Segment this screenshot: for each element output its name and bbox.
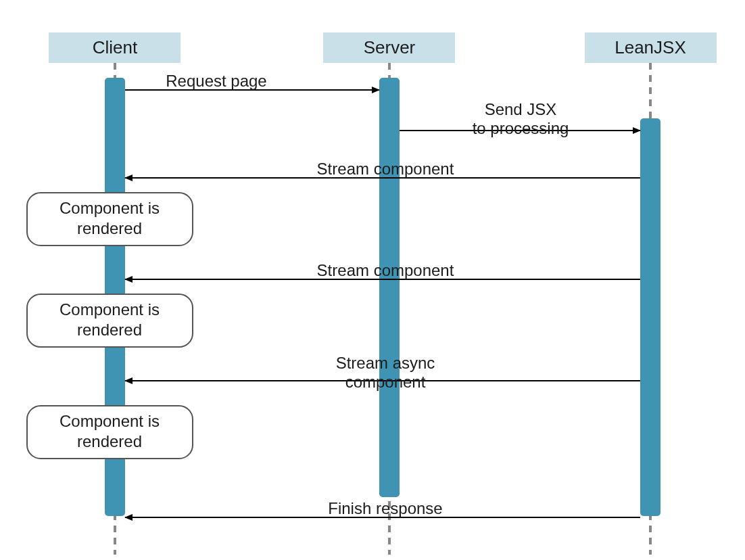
note-rendered-1-l1: Component is (59, 199, 160, 217)
note-rendered-1-l2: rendered (77, 219, 142, 237)
activation-leanjsx (640, 118, 660, 516)
msg-request-page: Request page (166, 72, 266, 90)
actor-server-label: Server (364, 37, 416, 57)
msg-send-jsx-l2: to processing (473, 119, 569, 137)
msg-finish: Finish response (328, 499, 442, 517)
note-rendered-3-l2: rendered (77, 432, 142, 450)
note-rendered-3-l1: Component is (59, 412, 160, 430)
msg-send-jsx-l1: Send JSX (485, 100, 557, 118)
msg-stream-1: Stream component (317, 160, 454, 178)
actor-leanjsx-label: LeanJSX (615, 37, 686, 57)
sequence-diagram: Client Server LeanJSX Request page Send … (0, 0, 745, 560)
note-rendered-2-l2: rendered (77, 321, 142, 339)
activation-server (379, 78, 400, 497)
msg-stream-async-l2: component (345, 373, 426, 391)
msg-stream-async-l1: Stream async (336, 354, 435, 372)
note-rendered-2-l1: Component is (59, 300, 160, 319)
msg-stream-2: Stream component (317, 261, 454, 279)
actor-client-label: Client (93, 37, 138, 57)
